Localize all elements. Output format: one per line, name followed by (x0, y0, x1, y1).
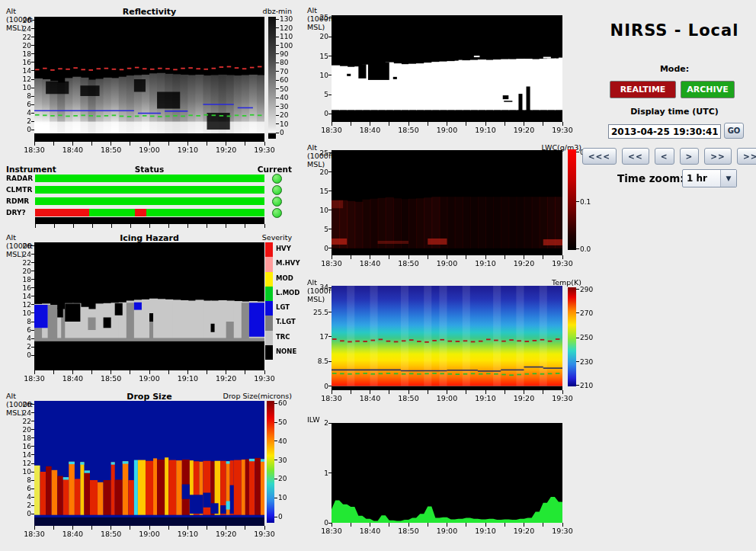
nav-step-back-button[interactable]: < (655, 148, 674, 165)
status-bar-segment (35, 197, 264, 205)
reflectivity-colorbar-tick (276, 106, 279, 107)
lwc-x-tick-label: 19:10 (472, 259, 499, 267)
temperature-colorbar-tick (576, 289, 579, 290)
lwc-x-tick-label: 19:20 (511, 259, 538, 267)
reflectivity-y-tick (31, 37, 34, 37)
status-x-tick (54, 224, 55, 228)
lwc-colorbar-tick (576, 152, 579, 152)
drop-size-x-tick (245, 526, 245, 530)
drop-size-plot-canvas (34, 401, 264, 526)
icing-hazard-y-tick-label: 0 (10, 351, 31, 359)
status-x-tick (73, 224, 74, 228)
severity-swatch (265, 287, 273, 301)
app-title: NIRSS - Local (602, 21, 747, 40)
icing-hazard-y-tick (31, 262, 34, 263)
reflectivity-y-tick (31, 45, 34, 46)
lwc-x-tick (543, 255, 543, 259)
drop-size-colorbar-tick-label: 60 (278, 399, 300, 407)
status-row-label: RDMR (6, 197, 29, 205)
drop-size-x-tick-label: 18:50 (98, 530, 125, 538)
icing-hazard-x-tick-label: 19:20 (213, 374, 240, 383)
lwc-x-tick-label: 18:30 (318, 259, 345, 267)
drop-size-colorbar-tick (274, 440, 277, 441)
temperature-x-tick (428, 390, 428, 394)
cloud-boundary-x-tick (543, 122, 543, 126)
ilw-y-tick-label: 2 (307, 419, 328, 427)
archive-button[interactable]: ARCHIVE (681, 81, 735, 98)
nav-fast-rewind-button[interactable]: <<< (582, 148, 617, 165)
temperature-plot-canvas (332, 286, 562, 390)
drop-size-colorbar-tick (274, 460, 277, 460)
severity-label: MOD (276, 274, 302, 282)
drop-size-y-tick (31, 489, 34, 489)
icing-hazard-y-tick-label: 26 (10, 242, 31, 250)
display-time-input[interactable] (608, 124, 721, 139)
drop-size-x-tick-label: 19:00 (136, 530, 163, 538)
icing-hazard-y-tick-label: 2 (10, 343, 31, 351)
drop-size-x-tick (130, 526, 130, 530)
lwc-x-tick (466, 255, 466, 259)
temperature-x-tick-label: 19:00 (434, 394, 461, 402)
icing-hazard-plot-canvas (34, 242, 264, 370)
reflectivity-colorbar (268, 17, 276, 139)
reflectivity-y-tick (31, 96, 34, 97)
icing-hazard-y-tick (31, 322, 34, 322)
drop-size-y-tick (31, 472, 34, 473)
lwc-colorbar-tick (576, 201, 579, 202)
nav-step-forward-button[interactable]: > (680, 148, 700, 165)
nav-rewind-button[interactable]: << (622, 148, 649, 165)
temperature-x-tick (505, 390, 505, 394)
realtime-button[interactable]: REALTIME (610, 81, 676, 98)
temperature-colorbar-tick (576, 312, 579, 313)
reflectivity-y-tick-label: 22 (10, 34, 31, 41)
temperature-x-tick (466, 390, 466, 394)
status-x-tick (245, 224, 245, 228)
temperature-y-tick-label: 25.5 (307, 309, 328, 316)
icing-hazard-y-tick-label: 16 (10, 284, 31, 292)
chevron-down-icon[interactable]: ▼ (720, 170, 736, 187)
cloud-boundary-x-tick (389, 122, 389, 126)
lwc-y-tick (328, 191, 332, 191)
lwc-y-tick (328, 171, 332, 172)
severity-label: M.HVY (276, 259, 302, 267)
severity-swatch (265, 272, 273, 287)
nav-fast-forward-button[interactable]: >>> (737, 148, 756, 165)
icing-hazard-y-tick (31, 355, 34, 356)
reflectivity-y-tick (31, 20, 34, 21)
status-x-tick (168, 224, 169, 228)
time-zoom-select[interactable]: 1 hr ▼ (682, 169, 737, 187)
reflectivity-colorbar-tick (276, 133, 279, 133)
temperature-x-tick-label: 19:20 (511, 394, 538, 402)
drop-size-colorbar-tick (274, 479, 277, 479)
icing-hazard-colorbar-label: Severity (248, 233, 292, 242)
nav-forward-button[interactable]: >> (704, 148, 732, 165)
icing-hazard-y-tick-label: 20 (10, 267, 31, 275)
reflectivity-x-tick (130, 142, 130, 146)
status-x-tick (207, 224, 207, 228)
reflectivity-x-tick (53, 142, 54, 146)
reflectivity-y-tick (31, 121, 34, 122)
drop-size-x-tick-label: 18:40 (59, 530, 86, 538)
status-bottom-bar (35, 217, 264, 224)
reflectivity-y-tick-label: 18 (10, 50, 31, 58)
temperature-x-tick-label: 18:40 (357, 394, 384, 402)
icing-hazard-x-tick-label: 19:30 (251, 374, 278, 383)
go-button[interactable]: GO (724, 123, 744, 139)
drop-size-y-tick (31, 404, 34, 405)
reflectivity-y-tick (31, 88, 34, 88)
severity-label: NONE (276, 348, 302, 355)
reflectivity-colorbar-label: dbz-min (229, 7, 292, 15)
drop-size-y-tick (31, 480, 34, 481)
temperature-y-tick (328, 312, 332, 312)
drop-size-colorbar-tick (274, 422, 277, 423)
ilw-y-tick-label: 0 (307, 519, 328, 527)
reflectivity-y-tick-label: 2 (10, 117, 31, 125)
severity-swatch (265, 316, 273, 330)
ilw-x-tick-label: 19:20 (511, 527, 538, 535)
reflectivity-colorbar-tick-label: 30 (280, 103, 301, 111)
drop-size-y-tick-label: 6 (10, 485, 31, 492)
lwc-y-tick (328, 248, 332, 248)
cloud-boundary-x-tick (466, 122, 466, 126)
temperature-x-tick (543, 390, 543, 394)
lwc-colorbar-tick-label: 0.1 (580, 198, 601, 206)
